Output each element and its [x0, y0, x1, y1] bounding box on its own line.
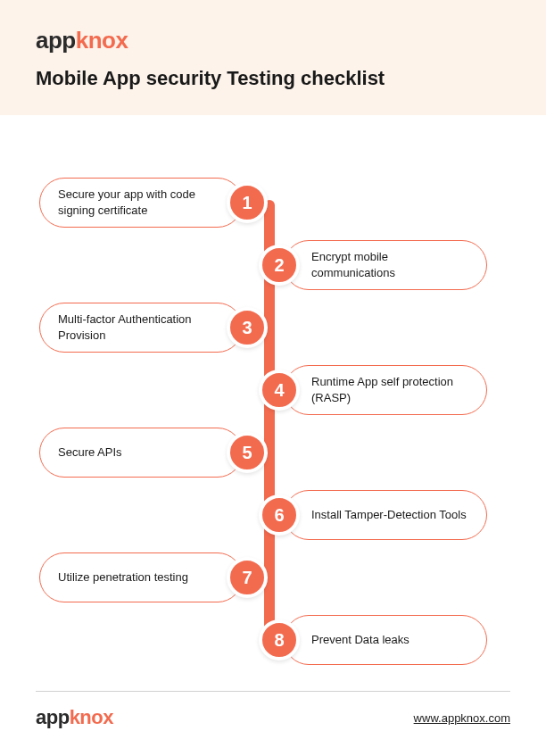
step-number: 6 [274, 505, 284, 526]
checklist-label: Runtime App self protection (RASP) [311, 374, 468, 405]
step-number: 5 [242, 443, 252, 463]
checklist-pill: Encrypt mobile communications [284, 240, 487, 290]
checklist-pill: Secure APIs [39, 428, 243, 478]
checklist-item-8: 8Prevent Data leaks [259, 615, 487, 665]
step-number-badge: 2 [259, 245, 300, 286]
header: appknox Mobile App security Testing chec… [0, 0, 546, 115]
checklist-item-3: Multi-factor Authentication Provision3 [39, 303, 268, 353]
logo-part-knox: knox [76, 27, 128, 54]
footer: appknox www.appknox.com [36, 691, 510, 729]
checklist-pill: Install Tamper-Detection Tools [284, 490, 487, 540]
checklist-label: Install Tamper-Detection Tools [311, 507, 467, 523]
step-number-badge: 8 [259, 619, 300, 660]
step-number: 3 [242, 318, 252, 338]
checklist-container: Secure your app with code signing certif… [0, 115, 546, 669]
checklist-item-2: 2Encrypt mobile communications [259, 240, 487, 290]
checklist-item-5: Secure APIs5 [39, 428, 268, 478]
brand-logo: appknox [36, 27, 510, 54]
step-number-badge: 4 [259, 370, 300, 411]
checklist-pill: Utilize penetration testing [39, 552, 243, 602]
checklist-label: Encrypt mobile communications [311, 249, 468, 280]
step-number-badge: 6 [259, 494, 300, 536]
step-number-badge: 5 [227, 432, 268, 473]
footer-url-link[interactable]: www.appknox.com [414, 711, 510, 725]
step-number: 4 [274, 380, 284, 401]
checklist-item-4: 4Runtime App self protection (RASP) [259, 365, 487, 415]
footer-logo-knox: knox [70, 706, 113, 728]
checklist-label: Prevent Data leaks [311, 632, 410, 648]
logo-part-app: app [36, 27, 76, 54]
step-number: 8 [274, 630, 284, 651]
checklist-item-7: Utilize penetration testing7 [39, 552, 268, 602]
checklist-label: Secure APIs [58, 444, 122, 461]
checklist-pill: Multi-factor Authentication Provision [39, 303, 243, 353]
footer-logo-app: app [36, 706, 70, 728]
checklist-item-1: Secure your app with code signing certif… [39, 178, 268, 228]
checklist-label: Multi-factor Authentication Provision [58, 312, 215, 343]
page-title: Mobile App security Testing checklist [36, 67, 510, 90]
step-number-badge: 3 [227, 307, 268, 348]
step-number: 1 [242, 193, 252, 213]
checklist-pill: Secure your app with code signing certif… [39, 178, 243, 228]
step-number-badge: 1 [227, 182, 268, 223]
step-number: 2 [274, 255, 284, 276]
checklist-label: Utilize penetration testing [58, 569, 188, 586]
checklist-item-6: 6Install Tamper-Detection Tools [259, 490, 487, 540]
checklist-pill: Runtime App self protection (RASP) [284, 365, 487, 415]
step-number: 7 [242, 568, 252, 588]
step-number-badge: 7 [227, 557, 268, 598]
footer-logo: appknox [36, 706, 113, 729]
checklist-pill: Prevent Data leaks [284, 615, 487, 665]
checklist-label: Secure your app with code signing certif… [58, 187, 215, 218]
